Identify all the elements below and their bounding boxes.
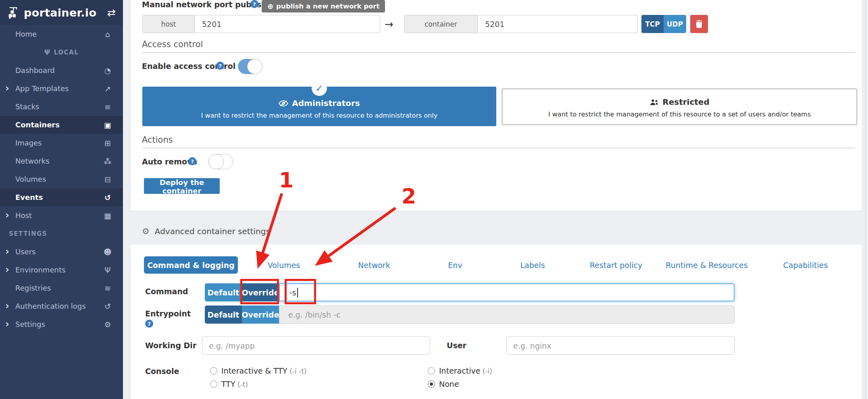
console-label: Console [145, 367, 179, 376]
portainer-create-container-page: portainer.io ⇄ Home⌂ΨLOCALDashboard◔›App… [0, 0, 868, 399]
tab-network[interactable]: Network [358, 261, 390, 270]
sidebar-item-environments[interactable]: ›EnvironmentsΨ [0, 261, 123, 279]
command-input[interactable]: -s [279, 283, 735, 301]
images-icon: ⊞ [101, 139, 114, 148]
chevron-right-icon: › [5, 265, 9, 274]
host-icon: ▦ [101, 211, 114, 220]
toggle-knob [247, 59, 262, 74]
console-option-label-tty[interactable]: TTY (-t) [221, 380, 248, 389]
users-icon [649, 99, 659, 106]
tcp-button[interactable]: TCP [641, 15, 664, 33]
gear-icon: ⚙ [142, 227, 150, 236]
working-dir-input[interactable] [202, 337, 430, 355]
sidebar-item-label: Registries [15, 284, 51, 292]
tab-command-logging[interactable]: Command & logging [144, 256, 238, 274]
tab-env[interactable]: Env [448, 261, 462, 270]
sidebar-item-networks[interactable]: Networks⁂ [0, 152, 123, 170]
entrypoint-default-button[interactable]: Default [205, 305, 242, 324]
console-radio-none[interactable] [428, 380, 435, 388]
tab-runtime-resources[interactable]: Runtime & Resources [666, 261, 747, 270]
tab-restart-policy[interactable]: Restart policy [590, 261, 642, 270]
port-publishing-help-icon[interactable]: ? [250, 0, 258, 8]
console-option-label-interactive-tty[interactable]: Interactive & TTY (-i -t) [221, 366, 306, 375]
sidebar-item-label: Settings [15, 320, 45, 328]
sidebar-item-users[interactable]: ›Users☻ [0, 243, 123, 261]
collapse-sidebar-icon[interactable]: ⇄ [107, 8, 116, 18]
sidebar-item-label: Users [15, 247, 35, 256]
containers-icon: ▣ [101, 121, 114, 129]
publish-port-button-label: publish a new network port [276, 2, 379, 10]
user-input[interactable] [506, 337, 735, 355]
networks-icon: ⁂ [101, 157, 114, 166]
working-dir-label: Working Dir [145, 341, 196, 350]
access-control-help-icon[interactable]: ? [216, 62, 224, 70]
selected-check-icon: ✓ [312, 81, 327, 96]
sidebar-item-label: Stacks [15, 102, 39, 111]
tab-volumes[interactable]: Volumes [268, 261, 300, 270]
actions-heading: Actions [142, 135, 173, 145]
administrators-title-row: Administrators [142, 98, 496, 108]
settings-icon: ⚙ [101, 320, 114, 329]
app-templates-icon: ↗ [101, 84, 114, 93]
restricted-description: I want to restrict the management of thi… [502, 110, 857, 118]
entrypoint-help-icon[interactable]: ? [145, 320, 153, 328]
sidebar-item-host[interactable]: ›Host▦ [0, 206, 123, 224]
console-radio-tty[interactable] [210, 380, 217, 388]
host-port-input[interactable] [195, 15, 380, 33]
sidebar-item-volumes[interactable]: Volumes⊟ [0, 170, 123, 188]
user-label: User [447, 341, 466, 350]
registries-icon: ≋ [101, 284, 114, 293]
logo-text: portainer.io [24, 6, 96, 19]
sidebar-item-stacks[interactable]: Stacks≡ [0, 98, 123, 116]
sidebar-item-label: Authentication logs [15, 302, 86, 310]
container-port-input[interactable] [478, 15, 638, 33]
console-option-label-none[interactable]: None [439, 380, 459, 389]
console-radio-interactive-tty[interactable] [210, 367, 217, 374]
console-option-label-interactive[interactable]: Interactive (-i) [439, 366, 492, 375]
option-text: TTY [221, 380, 235, 389]
option-flag: (-t) [235, 380, 248, 389]
sidebar-item-dashboard[interactable]: Dashboard◔ [0, 61, 123, 79]
auto-remove-help-icon[interactable]: ? [188, 157, 196, 165]
access-option-restricted[interactable]: Restricted I want to restrict the manage… [502, 89, 857, 125]
udp-button[interactable]: UDP [664, 15, 686, 33]
volumes-icon: ⊟ [101, 175, 114, 184]
publish-port-button[interactable]: ⊕ publish a new network port [262, 0, 385, 12]
entrypoint-override-button[interactable]: Override [242, 305, 279, 324]
sidebar-item-app-templates[interactable]: ›App Templates↗ [0, 79, 123, 98]
chevron-right-icon: › [5, 210, 9, 220]
entrypoint-input[interactable] [279, 305, 735, 324]
scrollbar-track[interactable] [865, 0, 866, 399]
sidebar-item-registries[interactable]: Registries≋ [0, 279, 123, 297]
chevron-right-icon: › [5, 319, 9, 329]
portainer-logo[interactable]: portainer.io [7, 6, 96, 19]
access-control-heading: Access control [142, 39, 203, 49]
sidebar-item-home[interactable]: Home⌂ [0, 25, 123, 43]
sidebar-menu: Home⌂ΨLOCALDashboard◔›App Templates↗Stac… [0, 25, 123, 333]
actions-divider [142, 148, 855, 148]
sidebar-item-images[interactable]: Images⊞ [0, 134, 123, 152]
command-default-button[interactable]: Default [205, 283, 242, 301]
sidebar-item-label: Home [15, 30, 37, 38]
sidebar-item-authentication-logs[interactable]: ›Authentication logs↺ [0, 297, 123, 315]
tab-labels[interactable]: Labels [520, 261, 545, 270]
enable-access-control-toggle[interactable] [238, 59, 262, 74]
users-icon: ☻ [101, 247, 114, 256]
plus-circle-icon: ⊕ [267, 2, 273, 10]
sidebar-item-settings[interactable]: ›Settings⚙ [0, 315, 123, 333]
console-radio-interactive[interactable] [428, 367, 435, 374]
sidebar-section-label: SETTINGS [9, 230, 47, 237]
home-icon: ⌂ [101, 30, 114, 39]
deploy-container-button[interactable]: Deploy the container [144, 178, 220, 194]
eye-slash-icon [279, 100, 288, 107]
sidebar-section-settings: SETTINGS [0, 224, 123, 243]
sidebar-item-containers[interactable]: Containers▣ [0, 116, 123, 134]
auth-logs-icon: ↺ [101, 302, 114, 311]
tab-capabilities[interactable]: Capabilities [783, 261, 828, 270]
remove-port-button[interactable] [690, 15, 708, 33]
sidebar-item-events[interactable]: Events↺ [0, 188, 123, 206]
sidebar-item-label: App Templates [15, 84, 69, 93]
auto-remove-toggle[interactable] [208, 154, 233, 169]
sidebar-item-label: Images [15, 139, 42, 147]
toggle-knob [208, 154, 224, 169]
